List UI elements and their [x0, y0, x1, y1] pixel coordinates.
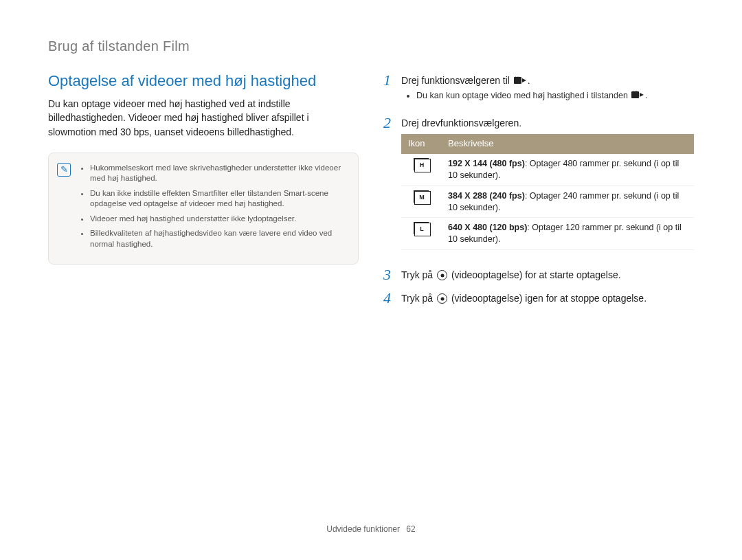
- page-number: 62: [406, 524, 415, 534]
- videocamera-icon: •••: [514, 76, 526, 85]
- resolution-h-icon: H: [414, 158, 429, 170]
- resolution-table: Ikon Beskrivelse H 192 X 144 (480 fps): …: [401, 134, 694, 250]
- row-bold: 384 X 288 (240 fps): [448, 191, 525, 201]
- record-button-icon: [437, 270, 447, 280]
- step-text: Tryk på: [401, 269, 436, 280]
- row-bold: 640 X 480 (120 bps): [448, 223, 527, 232]
- step-text: .: [528, 75, 530, 86]
- step-text: (videooptagelse) for at starte optagelse…: [449, 269, 621, 280]
- record-button-icon: [437, 293, 447, 304]
- resolution-m-icon: M: [414, 190, 429, 203]
- step-sub-bullet: Du kan kun optage video med høj hastighe…: [416, 90, 694, 102]
- note-item: Videoer med høj hastighed understøtter i…: [90, 214, 347, 225]
- step-3: 3 Tryk på (videooptagelse) for at starte…: [383, 267, 694, 283]
- table-row: H 192 X 144 (480 fps): Optager 480 ramme…: [401, 154, 694, 186]
- videocamera-icon: •••: [631, 91, 644, 99]
- table-row: L 640 X 480 (120 bps): Optager 120 ramme…: [401, 218, 694, 250]
- intro-paragraph: Du kan optage videoer med høj hastighed …: [48, 97, 359, 139]
- table-row: M 384 X 288 (240 fps): Optager 240 ramme…: [401, 186, 694, 218]
- note-box: ✎ Hukommelseskort med lave skrivehastigh…: [48, 153, 359, 265]
- step-2: 2 Drej drevfunktionsvælgeren. Ikon Beskr…: [383, 115, 694, 260]
- right-column: 1 Drej funktionsvælgeren til •••. Du kan…: [383, 72, 694, 314]
- section-heading: Optagelse af videoer med høj hastighed: [48, 72, 359, 90]
- table-head-icon: Ikon: [401, 134, 441, 154]
- row-bold: 192 X 144 (480 fps): [448, 159, 525, 168]
- step-4: 4 Tryk på (videooptagelse) igen for at s…: [383, 290, 694, 306]
- step-number: 1: [383, 72, 394, 89]
- step-1: 1 Drej funktionsvælgeren til •••. Du kan…: [383, 72, 694, 108]
- step-number: 2: [383, 115, 394, 131]
- step-number: 4: [383, 290, 394, 306]
- step-text: (videooptagelse) igen for at stoppe opta…: [449, 293, 647, 304]
- sub-text: Du kan kun optage video med høj hastighe…: [416, 91, 630, 100]
- note-item: Billedkvaliteten af højhastighedsvideo k…: [90, 228, 347, 249]
- resolution-l-icon: L: [414, 222, 429, 234]
- page-footer: Udvidede funktioner 62: [0, 524, 742, 534]
- note-item: Du kan ikke indstille effekten Smartfilt…: [90, 188, 347, 210]
- step-number: 3: [383, 267, 394, 283]
- sub-text: .: [645, 91, 647, 100]
- note-item: Hukommelseskort med lave skrivehastighed…: [90, 163, 347, 184]
- step-text: Tryk på: [401, 293, 436, 304]
- step-text: Drej drevfunktionsvælgeren.: [401, 117, 521, 128]
- footer-section: Udvidede funktioner: [326, 524, 400, 534]
- table-head-desc: Beskrivelse: [441, 134, 694, 154]
- note-icon: ✎: [57, 163, 71, 177]
- left-column: Optagelse af videoer med høj hastighed D…: [48, 72, 359, 314]
- step-text: Drej funktionsvælgeren til: [401, 75, 513, 86]
- page-header: Brug af tilstanden Film: [48, 38, 694, 54]
